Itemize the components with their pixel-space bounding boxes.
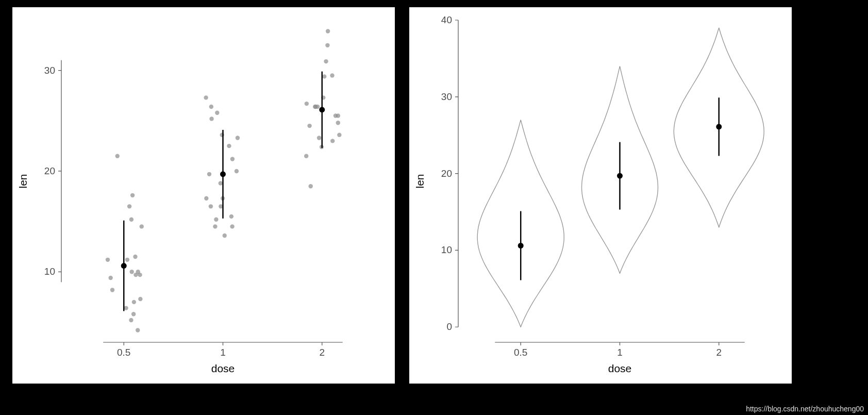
data-point: [106, 258, 110, 262]
data-point: [130, 193, 135, 197]
data-point: [305, 102, 309, 106]
data-point: [330, 73, 334, 77]
y-tick-label: 40: [441, 14, 452, 25]
mean-point: [716, 124, 722, 129]
data-point: [326, 29, 330, 33]
data-point: [140, 224, 144, 228]
data-point: [333, 113, 338, 118]
data-point: [230, 157, 235, 161]
data-point: [204, 196, 208, 201]
data-point: [213, 224, 217, 228]
data-point: [223, 234, 227, 238]
y-tick-label: 10: [44, 266, 55, 277]
data-point: [325, 43, 329, 47]
data-point: [132, 300, 136, 304]
data-point: [209, 105, 213, 109]
data-point: [209, 117, 213, 121]
x-tick-label: 2: [319, 347, 325, 358]
data-point: [330, 139, 335, 143]
data-point: [307, 124, 311, 128]
y-tick-label: 0: [446, 321, 452, 332]
data-point: [131, 312, 136, 316]
y-axis-title: len: [414, 174, 426, 188]
y-tick-label: 20: [441, 168, 452, 179]
watermark-text: https://blog.csdn.net/zhouhucheng00: [746, 405, 864, 413]
y-tick-label: 20: [44, 165, 55, 176]
data-point: [313, 105, 318, 109]
mean-point: [220, 171, 226, 177]
x-tick-label: 2: [716, 347, 722, 358]
data-point: [125, 258, 129, 262]
y-axis-title: len: [17, 174, 29, 188]
data-point: [124, 306, 128, 310]
data-point: [304, 154, 308, 158]
data-point: [317, 136, 321, 140]
data-point: [235, 169, 239, 173]
scatter-plot-svg: 1020300.512lendose: [12, 7, 395, 384]
y-tick-label: 30: [44, 65, 55, 76]
violin-panel: 0102030400.512lendose: [409, 7, 792, 384]
data-point: [219, 181, 223, 185]
data-point: [209, 204, 213, 208]
x-tick-label: 1: [617, 347, 623, 358]
mean-point: [121, 263, 127, 269]
data-point: [236, 136, 240, 140]
data-point: [309, 184, 313, 188]
x-tick-label: 0.5: [514, 347, 527, 358]
data-point: [207, 172, 211, 176]
y-tick-label: 30: [441, 91, 452, 102]
mean-point: [319, 107, 325, 112]
data-point: [336, 121, 340, 125]
data-point: [215, 110, 219, 114]
x-tick-label: 1: [220, 347, 226, 358]
data-point: [322, 74, 326, 78]
x-tick-label: 0.5: [117, 347, 130, 358]
data-point: [129, 270, 133, 274]
data-point: [227, 144, 231, 148]
data-point: [127, 204, 131, 208]
data-point: [115, 154, 120, 158]
data-point: [129, 218, 133, 222]
data-point: [204, 95, 208, 99]
data-point: [110, 288, 114, 292]
data-point: [229, 214, 233, 219]
data-point: [133, 255, 137, 259]
data-point: [230, 224, 234, 228]
x-axis-title: dose: [608, 362, 632, 374]
data-point: [133, 273, 138, 277]
data-point: [337, 132, 341, 137]
mean-point: [518, 243, 524, 248]
data-point: [129, 318, 133, 322]
scatter-panel: 1020300.512lendose: [12, 7, 395, 384]
data-point: [214, 218, 218, 222]
data-point: [138, 297, 142, 301]
data-point: [108, 276, 112, 280]
y-tick-label: 10: [441, 244, 452, 255]
violin-plot-svg: 0102030400.512lendose: [409, 7, 792, 384]
data-point: [136, 328, 140, 332]
x-axis-title: dose: [211, 362, 235, 374]
data-point: [324, 59, 328, 63]
mean-point: [617, 173, 623, 179]
